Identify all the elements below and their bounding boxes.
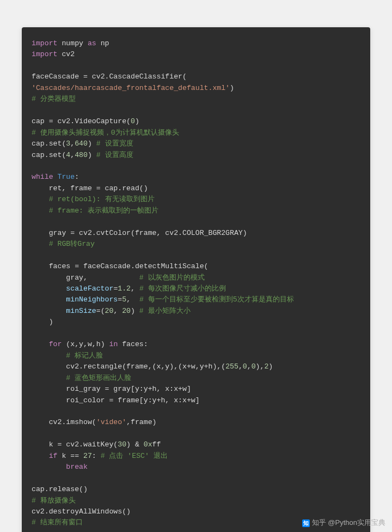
code-line: ) <box>32 317 360 328</box>
code-line: # ret(bool): 有无读取到图片 <box>32 194 360 205</box>
code-line: # 蓝色矩形画出人脸 <box>32 373 360 384</box>
code-line: minSize=(20, 20) # 最小矩阵大小 <box>32 306 360 317</box>
code-line: # RGB转Gray <box>32 239 360 250</box>
code-line: # frame: 表示截取到的一帧图片 <box>32 205 360 216</box>
code-line: k = cv2.waitKey(30) & 0xff <box>32 439 360 450</box>
code-line: import numpy as np <box>32 38 360 49</box>
code-line: cv2.imshow('video',frame) <box>32 417 360 428</box>
code-line: 'Cascades/haarcascade_frontalface_defaul… <box>32 83 360 94</box>
code-line <box>32 428 360 439</box>
code-line: break <box>32 462 360 473</box>
code-line: ret, frame = cap.read() <box>32 183 360 194</box>
code-line <box>32 161 360 172</box>
code-line: # 标记人脸 <box>32 350 360 361</box>
code-line: minNeighbors=5, # 每一个目标至少要被检测到5次才算是真的目标 <box>32 294 360 305</box>
code-line: faces = faceCascade.detectMultiScale( <box>32 261 360 272</box>
code-line <box>32 105 360 116</box>
code-line: while True: <box>32 172 360 183</box>
code-line: if k == 27: # 点击 'ESC' 退出 <box>32 451 360 462</box>
code-line: # 释放摄像头 <box>32 495 360 506</box>
code-line: cap.release() <box>32 484 360 495</box>
code-line: for (x,y,w,h) in faces: <box>32 339 360 350</box>
code-line <box>32 473 360 484</box>
code-line: cap.set(4,480) # 设置高度 <box>32 150 360 161</box>
zhihu-logo-icon: 知 <box>302 519 310 527</box>
code-line <box>32 61 360 71</box>
watermark-source: 知乎 <box>312 518 326 527</box>
code-line <box>32 406 360 417</box>
code-line: # 使用摄像头捕捉视频，0为计算机默认摄像头 <box>32 128 360 138</box>
code-line <box>32 216 360 227</box>
code-line: cap.set(3,640) # 设置宽度 <box>32 138 360 149</box>
code-line: faceCascade = cv2.CascadeClassifier( <box>32 71 360 82</box>
watermark-author: @Python实用宝典 <box>328 518 385 527</box>
code-line: gray, # 以灰色图片的模式 <box>32 273 360 283</box>
code-line: cv2.destroyAllWindows() <box>32 506 360 517</box>
code-line: import cv2 <box>32 49 360 60</box>
code-block: import numpy as np import cv2 faceCascad… <box>22 27 370 532</box>
code-line: roi_gray = gray[y:y+h, x:x+w] <box>32 384 360 395</box>
code-line: cap = cv2.VideoCapture(0) <box>32 116 360 127</box>
code-line: scaleFactor=1.2, # 每次图像尺寸减小的比例 <box>32 283 360 294</box>
code-line: roi_color = frame[y:y+h, x:x+w] <box>32 395 360 406</box>
code-line: # 分类器模型 <box>32 94 360 105</box>
watermark: 知知乎 @Python实用宝典 <box>302 518 385 528</box>
code-line: gray = cv2.cvtColor(frame, cv2.COLOR_BGR… <box>32 228 360 239</box>
code-line: cv2.rectangle(frame,(x,y),(x+w,y+h),(255… <box>32 361 360 372</box>
code-line <box>32 328 360 339</box>
code-line <box>32 250 360 261</box>
